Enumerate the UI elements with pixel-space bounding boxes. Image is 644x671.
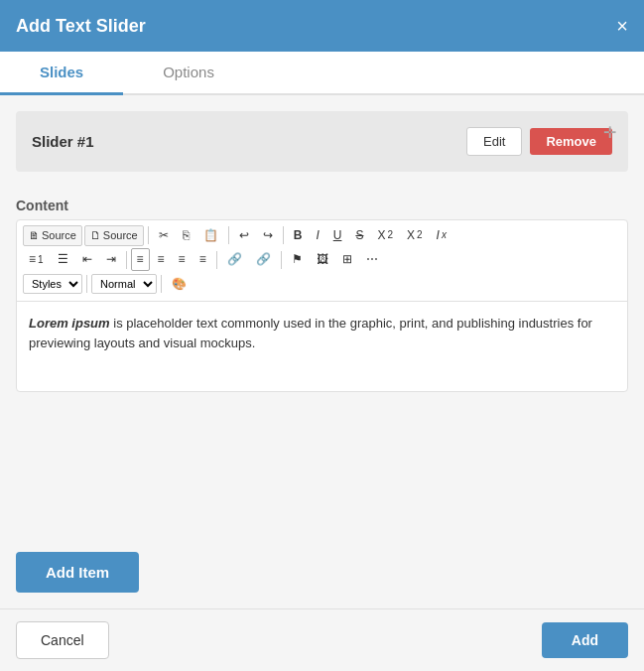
separator-1 bbox=[148, 226, 149, 244]
slider-card: ✛ Slider #1 Edit Remove bbox=[16, 111, 628, 172]
align-left-button[interactable]: ≡ bbox=[131, 248, 150, 270]
source-button-1[interactable]: 🗎 Source bbox=[23, 225, 82, 246]
content-label: Content bbox=[16, 188, 628, 219]
toolbar-row-2: ≡1 ☰ ⇤ ⇥ ≡ ≡ ≡ ≡ 🔗 🔗 ⚑ 🖼 ⊞ ⋯ bbox=[23, 248, 621, 270]
separator-7 bbox=[86, 275, 87, 293]
link-button[interactable]: 🔗 bbox=[221, 248, 248, 270]
dialog-footer: Cancel Add bbox=[0, 608, 644, 671]
clear-format-button[interactable]: Ix bbox=[431, 224, 452, 246]
align-center-button[interactable]: ≡ bbox=[152, 248, 171, 270]
redo-button[interactable]: ↪ bbox=[257, 224, 279, 246]
document2-icon: 🗋 bbox=[90, 229, 101, 242]
outdent-button[interactable]: ⇤ bbox=[76, 248, 98, 270]
dialog-header: Add Text Slider × bbox=[0, 0, 644, 52]
dialog-title: Add Text Slider bbox=[16, 16, 146, 37]
editor-text-bold: Lorem ipsum bbox=[29, 316, 110, 331]
content-editor-box: 🗎 Source 🗋 Source ✂ ⎘ 📋 ↩ ↪ B bbox=[16, 219, 628, 392]
separator-3 bbox=[283, 226, 284, 244]
source-button-2[interactable]: 🗋 Source bbox=[84, 225, 144, 246]
ordered-list-button[interactable]: ≡1 bbox=[23, 248, 50, 270]
copy-button[interactable]: ⎘ bbox=[177, 224, 195, 246]
cut-button[interactable]: ✂ bbox=[153, 224, 175, 246]
subscript-button[interactable]: X2 bbox=[371, 224, 399, 246]
edit-button[interactable]: Edit bbox=[466, 127, 522, 156]
separator-2 bbox=[228, 226, 229, 244]
slider-actions: Edit Remove bbox=[466, 127, 612, 156]
more-button[interactable]: ⋯ bbox=[360, 248, 384, 270]
color-button[interactable]: 🎨 bbox=[166, 273, 193, 295]
unlink-button[interactable]: 🔗 bbox=[250, 248, 277, 270]
separator-5 bbox=[216, 251, 217, 269]
add-button[interactable]: Add bbox=[542, 622, 628, 658]
image-button[interactable]: 🖼 bbox=[311, 248, 334, 270]
remove-button[interactable]: Remove bbox=[530, 128, 612, 155]
table-button[interactable]: ⊞ bbox=[336, 248, 358, 270]
format-select[interactable]: Normal bbox=[91, 274, 157, 294]
cancel-button[interactable]: Cancel bbox=[16, 621, 109, 659]
toolbar: 🗎 Source 🗋 Source ✂ ⎘ 📋 ↩ ↪ B bbox=[17, 220, 627, 302]
add-item-section: Add Item bbox=[0, 552, 644, 608]
superscript-button[interactable]: X2 bbox=[401, 224, 429, 246]
separator-4 bbox=[126, 251, 127, 269]
close-button[interactable]: × bbox=[616, 16, 628, 36]
italic-button[interactable]: I bbox=[310, 224, 324, 246]
toolbar-row-3: Styles Normal 🎨 bbox=[23, 273, 621, 295]
tabs-bar: Slides Options bbox=[0, 52, 644, 95]
undo-button[interactable]: ↩ bbox=[233, 224, 255, 246]
underline-button[interactable]: U bbox=[327, 224, 348, 246]
separator-8 bbox=[161, 275, 162, 293]
flag-button[interactable]: ⚑ bbox=[286, 248, 309, 270]
add-item-button[interactable]: Add Item bbox=[16, 552, 139, 593]
slider-label: Slider #1 bbox=[32, 133, 94, 150]
drag-handle-icon[interactable]: ✛ bbox=[603, 123, 616, 142]
styles-select[interactable]: Styles bbox=[23, 274, 82, 294]
document-icon: 🗎 bbox=[29, 229, 40, 242]
editor-text-normal: is placeholder text commonly used in the… bbox=[29, 316, 592, 350]
align-justify-button[interactable]: ≡ bbox=[193, 248, 212, 270]
dialog: Add Text Slider × Slides Options ✛ Slide… bbox=[0, 0, 644, 671]
tab-options[interactable]: Options bbox=[123, 52, 254, 95]
align-right-button[interactable]: ≡ bbox=[173, 248, 192, 270]
paste-button[interactable]: 📋 bbox=[197, 224, 224, 246]
dialog-body: ✛ Slider #1 Edit Remove Content 🗎 Source bbox=[0, 95, 644, 552]
separator-6 bbox=[281, 251, 282, 269]
strikethrough-button[interactable]: S bbox=[349, 224, 369, 246]
tab-slides[interactable]: Slides bbox=[0, 52, 123, 95]
toolbar-row-1: 🗎 Source 🗋 Source ✂ ⎘ 📋 ↩ ↪ B bbox=[23, 224, 621, 246]
slider-card-header: Slider #1 Edit Remove bbox=[32, 127, 612, 156]
indent-button[interactable]: ⇥ bbox=[100, 248, 122, 270]
unordered-list-button[interactable]: ☰ bbox=[52, 248, 74, 270]
bold-button[interactable]: B bbox=[288, 224, 309, 246]
editor-area[interactable]: Lorem ipsum is placeholder text commonly… bbox=[17, 302, 627, 391]
